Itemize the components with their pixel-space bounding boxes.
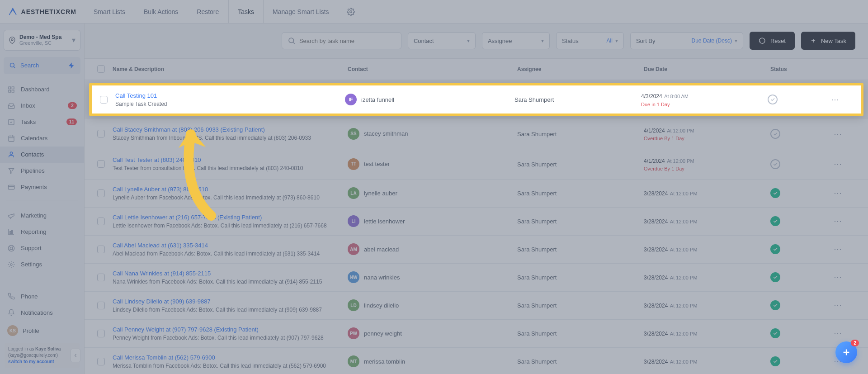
task-title-link[interactable]: Call Lindsey Dilello at (909) 639-9887	[113, 298, 348, 305]
contact-avatar: SS	[348, 128, 359, 140]
top-tab-restore[interactable]: Restore	[188, 0, 228, 23]
svg-point-15	[10, 264, 12, 265]
sidebar-item-settings[interactable]: Settings	[0, 256, 84, 273]
status-toggle[interactable]	[770, 244, 780, 254]
assignee-name: Sara Shumpert	[517, 302, 557, 309]
location-title: Demo - Med Spa	[19, 34, 68, 40]
sidebar-item-marketing[interactable]: Marketing	[0, 208, 84, 224]
row-actions-menu[interactable]: ⋯	[831, 95, 840, 104]
life-icon	[7, 245, 15, 252]
status-toggle[interactable]	[770, 129, 780, 139]
row-actions-menu[interactable]: ⋯	[834, 189, 843, 198]
row-actions-menu[interactable]: ⋯	[834, 301, 843, 310]
contact-avatar: LI	[348, 215, 359, 227]
sidebar-item-pipelines[interactable]: Pipelines	[0, 163, 84, 179]
switch-account-link[interactable]: switch to my account	[8, 359, 54, 364]
sidebar-item-notifications[interactable]: Notifications	[0, 304, 84, 321]
sidebar-item-calendars[interactable]: Calendars	[0, 130, 84, 147]
location-sub: Greenville, SC	[19, 40, 68, 46]
status-toggle[interactable]	[770, 216, 780, 226]
status-toggle[interactable]	[770, 159, 780, 169]
task-title-link[interactable]: Call Testing 101	[115, 92, 345, 99]
user-icon	[7, 151, 15, 158]
row-checkbox[interactable]	[97, 302, 105, 309]
row-checkbox[interactable]	[97, 189, 105, 197]
contact-name: lynelle auber	[364, 190, 397, 197]
row-actions-menu[interactable]: ⋯	[834, 160, 843, 169]
sidebar-item-contacts[interactable]: Contacts	[0, 147, 84, 163]
row-actions-menu[interactable]: ⋯	[834, 129, 843, 138]
task-row: Call Lynelle Auber at (973) 860-8610Lyne…	[85, 180, 868, 208]
task-row: Call Testing 101Sample Task CreatedIFize…	[89, 83, 863, 116]
task-title-link[interactable]: Call Stacey Smithman at (803) 206-0933 (…	[113, 126, 348, 133]
row-checkbox[interactable]	[97, 218, 105, 225]
location-switcher[interactable]: Demo - Med Spa Greenville, SC ▾	[4, 30, 80, 51]
task-title-link[interactable]: Call Merissa Tomblin at (562) 579-6900	[113, 354, 348, 361]
status-toggle[interactable]	[768, 95, 778, 104]
task-title-link[interactable]: Call Test Tester at (803) 240-0810	[113, 156, 348, 163]
row-checkbox[interactable]	[97, 130, 105, 137]
task-title-link[interactable]: Call Penney Weight at (907) 797-9628 (Ex…	[113, 326, 348, 333]
status-toggle[interactable]	[770, 272, 780, 282]
row-checkbox[interactable]	[97, 246, 105, 253]
new-task-button[interactable]: New Task	[801, 32, 855, 50]
svg-point-2	[10, 63, 14, 67]
row-actions-menu[interactable]: ⋯	[834, 217, 843, 226]
top-tab-smart-lists[interactable]: Smart Lists	[85, 0, 135, 23]
badge: 2	[68, 102, 77, 109]
sidebar-item-tasks[interactable]: Tasks11	[0, 114, 84, 130]
brand-logo[interactable]: AESTHETIXCRM	[0, 7, 85, 17]
row-checkbox[interactable]	[97, 358, 105, 365]
status-toggle[interactable]	[770, 356, 780, 366]
svg-rect-11	[10, 231, 11, 233]
assignee-filter[interactable]: Assignee▾	[482, 32, 550, 49]
select-all-checkbox[interactable]	[97, 65, 105, 73]
task-search[interactable]	[282, 32, 401, 49]
sidebar-profile[interactable]: KSProfile	[0, 321, 84, 341]
megaphone-icon	[7, 212, 15, 219]
sidebar-item-dashboard[interactable]: Dashboard	[0, 81, 84, 98]
status-toggle[interactable]	[770, 328, 780, 338]
sidebar-search[interactable]: Search	[4, 57, 80, 74]
task-desc: Abel Maclead from Facebook Ads: Botox. C…	[113, 251, 348, 257]
status-toggle[interactable]	[770, 188, 780, 198]
assignee-name: Sara Shumpert	[517, 161, 557, 168]
chevron-down-icon: ▾	[615, 38, 618, 44]
row-actions-menu[interactable]: ⋯	[834, 273, 843, 282]
contact-avatar: AM	[348, 243, 359, 255]
row-actions-menu[interactable]: ⋯	[834, 329, 843, 338]
fab-badge: 2	[851, 340, 859, 346]
top-tab-tasks[interactable]: Tasks	[228, 0, 264, 23]
sidebar-item-reporting[interactable]: Reporting	[0, 224, 84, 240]
row-checkbox[interactable]	[100, 96, 108, 104]
contact-name: stacey smithman	[364, 130, 408, 137]
sidebar-item-payments[interactable]: Payments	[0, 179, 84, 195]
sidebar-item-inbox[interactable]: Inbox2	[0, 98, 84, 114]
top-settings-icon[interactable]	[339, 8, 363, 16]
due-warning: Due in 1 Day	[641, 101, 768, 108]
status-filter[interactable]: StatusAll▾	[556, 32, 624, 49]
row-checkbox[interactable]	[97, 274, 105, 281]
top-tab-bulk-actions[interactable]: Bulk Actions	[135, 0, 188, 23]
sidebar-item-support[interactable]: Support	[0, 240, 84, 256]
task-title-link[interactable]: Call Abel Maclead at (631) 335-3414	[113, 242, 348, 249]
sidebar-collapse-button[interactable]	[71, 349, 80, 362]
bar-icon	[7, 228, 15, 236]
undo-icon	[759, 37, 766, 44]
reset-button[interactable]: Reset	[750, 32, 795, 50]
task-search-input[interactable]	[299, 38, 396, 44]
status-toggle[interactable]	[770, 300, 780, 310]
fab-button[interactable]: 2	[835, 341, 857, 363]
sort-dropdown[interactable]: Sort ByDue Date (Desc)▾	[630, 32, 743, 49]
top-tab-manage-smart-lists[interactable]: Manage Smart Lists	[264, 0, 339, 23]
contact-filter[interactable]: Contact▾	[408, 32, 476, 49]
row-actions-menu[interactable]: ⋯	[834, 245, 843, 254]
task-title-link[interactable]: Call Lettie Isenhower at (216) 657-7668 …	[113, 214, 348, 221]
sidebar-item-phone[interactable]: Phone	[0, 288, 84, 304]
task-title-link[interactable]: Call Lynelle Auber at (973) 860-8610	[113, 186, 348, 193]
assignee-name: Sara Shumpert	[517, 190, 557, 197]
task-title-link[interactable]: Call Nana Wrinkles at (914) 855-2115	[113, 270, 348, 277]
row-checkbox[interactable]	[97, 330, 105, 337]
chevron-down-icon: ▾	[541, 38, 544, 44]
row-checkbox[interactable]	[97, 160, 105, 168]
